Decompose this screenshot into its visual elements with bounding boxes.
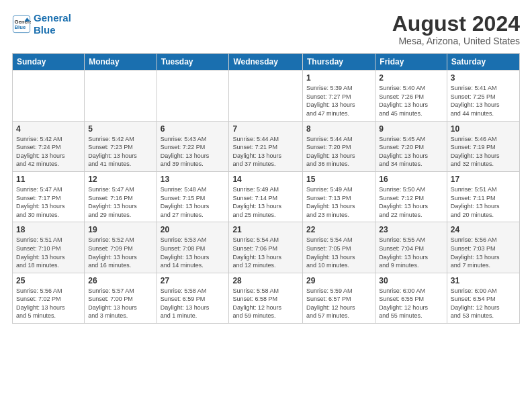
calendar-cell: 22Sunrise: 5:54 AM Sunset: 7:05 PM Dayli… [303, 222, 375, 273]
logo-line2: Blue [34, 24, 56, 36]
day-info: Sunrise: 5:48 AM Sunset: 7:15 PM Dayligh… [161, 185, 226, 219]
day-number: 29 [306, 276, 371, 285]
header: General Blue General Blue August 2024 Me… [12, 12, 520, 46]
calendar-day-header: Sunday [13, 54, 85, 71]
day-info: Sunrise: 5:53 AM Sunset: 7:08 PM Dayligh… [161, 236, 226, 269]
calendar-cell: 20Sunrise: 5:53 AM Sunset: 7:08 PM Dayli… [157, 222, 229, 273]
day-info: Sunrise: 5:41 AM Sunset: 7:25 PM Dayligh… [451, 84, 516, 118]
day-number: 11 [16, 175, 81, 184]
day-info: Sunrise: 5:39 AM Sunset: 7:27 PM Dayligh… [306, 84, 371, 118]
calendar-week-row: 11Sunrise: 5:47 AM Sunset: 7:17 PM Dayli… [13, 171, 520, 222]
day-number: 23 [379, 225, 443, 234]
day-number: 12 [88, 175, 152, 184]
day-number: 24 [451, 225, 516, 234]
calendar-cell [157, 71, 229, 121]
day-info: Sunrise: 5:42 AM Sunset: 7:24 PM Dayligh… [16, 135, 81, 169]
day-info: Sunrise: 5:47 AM Sunset: 7:17 PM Dayligh… [16, 185, 81, 219]
day-info: Sunrise: 5:46 AM Sunset: 7:19 PM Dayligh… [451, 135, 516, 169]
calendar-cell: 8Sunrise: 5:44 AM Sunset: 7:20 PM Daylig… [303, 121, 375, 171]
day-info: Sunrise: 5:51 AM Sunset: 7:11 PM Dayligh… [451, 185, 516, 219]
day-info: Sunrise: 5:44 AM Sunset: 7:20 PM Dayligh… [306, 135, 371, 169]
day-number: 28 [232, 276, 299, 285]
svg-text:Blue: Blue [15, 24, 26, 30]
calendar-day-header: Friday [375, 54, 447, 71]
day-number: 8 [306, 124, 371, 134]
logo-line1: General [34, 12, 71, 24]
calendar-cell: 23Sunrise: 5:55 AM Sunset: 7:04 PM Dayli… [375, 222, 447, 273]
day-info: Sunrise: 5:42 AM Sunset: 7:23 PM Dayligh… [88, 135, 152, 169]
logo-text: General Blue [34, 12, 71, 36]
day-number: 14 [232, 175, 299, 184]
calendar-cell: 26Sunrise: 5:57 AM Sunset: 7:00 PM Dayli… [85, 273, 157, 323]
day-number: 9 [379, 124, 443, 134]
main-title: August 2024 [392, 12, 520, 36]
calendar-week-row: 1Sunrise: 5:39 AM Sunset: 7:27 PM Daylig… [13, 71, 520, 121]
calendar-cell: 18Sunrise: 5:51 AM Sunset: 7:10 PM Dayli… [13, 222, 85, 273]
day-number: 25 [16, 276, 81, 285]
calendar-header-row: SundayMondayTuesdayWednesdayThursdayFrid… [13, 54, 520, 71]
day-number: 21 [232, 225, 299, 234]
title-block: August 2024 Mesa, Arizona, United States [392, 12, 520, 46]
calendar-cell: 30Sunrise: 6:00 AM Sunset: 6:55 PM Dayli… [375, 273, 447, 323]
calendar-cell: 24Sunrise: 5:56 AM Sunset: 7:03 PM Dayli… [447, 222, 519, 273]
day-info: Sunrise: 5:56 AM Sunset: 7:03 PM Dayligh… [451, 236, 516, 269]
day-number: 22 [306, 225, 371, 234]
day-info: Sunrise: 5:54 AM Sunset: 7:05 PM Dayligh… [306, 236, 371, 269]
day-info: Sunrise: 5:54 AM Sunset: 7:06 PM Dayligh… [232, 236, 299, 269]
calendar-cell: 11Sunrise: 5:47 AM Sunset: 7:17 PM Dayli… [13, 171, 85, 222]
day-number: 1 [306, 73, 371, 83]
day-number: 19 [88, 225, 152, 234]
calendar-cell: 3Sunrise: 5:41 AM Sunset: 7:25 PM Daylig… [447, 71, 519, 121]
calendar-day-header: Saturday [447, 54, 519, 71]
calendar-cell: 4Sunrise: 5:42 AM Sunset: 7:24 PM Daylig… [13, 121, 85, 171]
calendar-cell: 29Sunrise: 5:59 AM Sunset: 6:57 PM Dayli… [303, 273, 375, 323]
day-info: Sunrise: 5:49 AM Sunset: 7:13 PM Dayligh… [306, 185, 371, 219]
calendar-cell: 16Sunrise: 5:50 AM Sunset: 7:12 PM Dayli… [375, 171, 447, 222]
calendar-cell: 7Sunrise: 5:44 AM Sunset: 7:21 PM Daylig… [229, 121, 303, 171]
day-number: 15 [306, 175, 371, 184]
day-number: 31 [451, 276, 516, 285]
day-info: Sunrise: 5:45 AM Sunset: 7:20 PM Dayligh… [379, 135, 443, 169]
calendar-day-header: Tuesday [157, 54, 229, 71]
day-number: 17 [451, 175, 516, 184]
calendar-cell: 21Sunrise: 5:54 AM Sunset: 7:06 PM Dayli… [229, 222, 303, 273]
logo-icon: General Blue [12, 15, 31, 34]
calendar-cell [229, 71, 303, 121]
day-info: Sunrise: 5:49 AM Sunset: 7:14 PM Dayligh… [232, 185, 299, 219]
day-number: 20 [161, 225, 226, 234]
calendar-cell: 5Sunrise: 5:42 AM Sunset: 7:23 PM Daylig… [85, 121, 157, 171]
calendar-cell: 2Sunrise: 5:40 AM Sunset: 7:26 PM Daylig… [375, 71, 447, 121]
day-info: Sunrise: 5:47 AM Sunset: 7:16 PM Dayligh… [88, 185, 152, 219]
day-info: Sunrise: 5:43 AM Sunset: 7:22 PM Dayligh… [161, 135, 226, 169]
calendar-cell: 28Sunrise: 5:58 AM Sunset: 6:58 PM Dayli… [229, 273, 303, 323]
day-number: 30 [379, 276, 443, 285]
calendar-cell: 1Sunrise: 5:39 AM Sunset: 7:27 PM Daylig… [303, 71, 375, 121]
page: General Blue General Blue August 2024 Me… [0, 0, 532, 411]
day-info: Sunrise: 5:51 AM Sunset: 7:10 PM Dayligh… [16, 236, 81, 269]
day-info: Sunrise: 5:50 AM Sunset: 7:12 PM Dayligh… [379, 185, 443, 219]
day-info: Sunrise: 5:59 AM Sunset: 6:57 PM Dayligh… [306, 287, 371, 320]
day-number: 16 [379, 175, 443, 184]
day-info: Sunrise: 5:52 AM Sunset: 7:09 PM Dayligh… [88, 236, 152, 269]
day-info: Sunrise: 6:00 AM Sunset: 6:55 PM Dayligh… [379, 287, 443, 320]
calendar-cell: 13Sunrise: 5:48 AM Sunset: 7:15 PM Dayli… [157, 171, 229, 222]
calendar-cell: 25Sunrise: 5:56 AM Sunset: 7:02 PM Dayli… [13, 273, 85, 323]
day-info: Sunrise: 5:58 AM Sunset: 6:58 PM Dayligh… [232, 287, 299, 320]
calendar-cell: 14Sunrise: 5:49 AM Sunset: 7:14 PM Dayli… [229, 171, 303, 222]
day-number: 5 [88, 124, 152, 134]
calendar-day-header: Thursday [303, 54, 375, 71]
day-info: Sunrise: 5:55 AM Sunset: 7:04 PM Dayligh… [379, 236, 443, 269]
calendar-cell: 19Sunrise: 5:52 AM Sunset: 7:09 PM Dayli… [85, 222, 157, 273]
calendar-cell: 15Sunrise: 5:49 AM Sunset: 7:13 PM Dayli… [303, 171, 375, 222]
calendar-day-header: Monday [85, 54, 157, 71]
day-info: Sunrise: 5:57 AM Sunset: 7:00 PM Dayligh… [88, 287, 152, 320]
calendar-cell: 12Sunrise: 5:47 AM Sunset: 7:16 PM Dayli… [85, 171, 157, 222]
calendar: SundayMondayTuesdayWednesdayThursdayFrid… [12, 53, 520, 324]
calendar-day-header: Wednesday [229, 54, 303, 71]
calendar-cell: 31Sunrise: 6:00 AM Sunset: 6:54 PM Dayli… [447, 273, 519, 323]
calendar-cell [13, 71, 85, 121]
calendar-cell: 6Sunrise: 5:43 AM Sunset: 7:22 PM Daylig… [157, 121, 229, 171]
day-number: 3 [451, 73, 516, 83]
calendar-cell: 17Sunrise: 5:51 AM Sunset: 7:11 PM Dayli… [447, 171, 519, 222]
day-number: 7 [232, 124, 299, 134]
